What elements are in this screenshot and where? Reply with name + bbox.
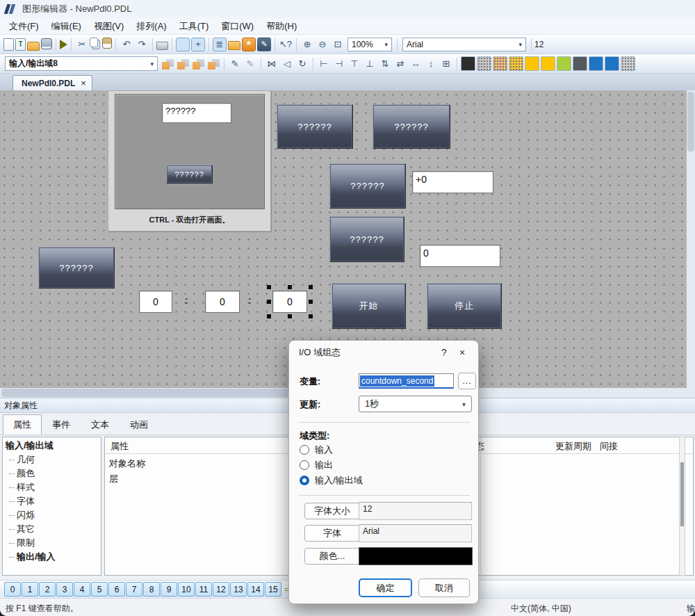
layer-button[interactable]: 0 [4,582,21,597]
tree-item[interactable]: 字体 [6,494,101,508]
field-type-radio[interactable]: 输入/输出域 [300,474,363,487]
layer-button[interactable]: 4 [74,582,90,597]
same-height-icon[interactable]: ↕ [424,57,438,71]
selection-handle[interactable] [288,314,292,318]
apply-properties-icon[interactable]: ✎ [243,57,257,71]
properties-tab[interactable]: 文本 [81,414,120,435]
group-text-field[interactable]: ?????? [162,103,231,123]
layer-button[interactable]: 8 [143,582,160,597]
paste-icon[interactable] [102,38,112,49]
field-type-radio[interactable]: 输出 [300,459,333,471]
print-icon[interactable] [156,42,168,50]
hmi-button-1[interactable]: ?????? [277,104,353,149]
zoom-window-icon[interactable]: ⊡ [331,38,345,51]
variable-input[interactable]: countdown_second [359,373,454,389]
undo-icon[interactable]: ↶ [120,38,133,51]
zoom-level-combo[interactable]: 100% ▾ [348,38,392,51]
layer-button[interactable]: 14 [247,582,264,597]
font-size-value[interactable]: 12 [531,38,546,51]
flip-horizontal-icon[interactable]: ⋈ [265,57,279,71]
open-icon[interactable] [27,42,40,51]
menu-item[interactable]: 排列(A) [130,18,172,35]
color-yellow-1[interactable] [525,56,539,71]
menu-item[interactable]: 工具(T) [173,18,215,35]
color-yellow-dotted[interactable] [509,56,523,71]
properties-tab[interactable]: 事件 [42,414,81,435]
grid-icon[interactable] [176,38,190,51]
document-tab[interactable]: NewPdl0.PDL × [13,75,92,90]
color-gray-dotted[interactable] [477,56,491,71]
copy-icon[interactable] [90,38,98,47]
selection-handle[interactable] [267,285,271,289]
menu-item[interactable]: 文件(F) [3,18,45,35]
stop-button[interactable]: 停止 [427,283,502,329]
layer-button[interactable]: 7 [126,582,142,597]
center-horizontal-icon[interactable]: ⇄ [393,57,407,71]
close-icon[interactable]: × [453,344,471,361]
layer-button[interactable]: 15 [265,582,281,597]
canvas-vertical-scrollbar[interactable] [687,90,695,388]
io-field-output[interactable]: 0 [420,245,500,267]
help-icon[interactable]: ? [435,344,453,361]
layer-button[interactable]: 12 [213,582,229,597]
layer-button[interactable]: 13 [230,582,247,597]
selection-handle[interactable] [288,285,292,289]
font-family-combo[interactable]: Arial ▾ [402,38,526,51]
layer-button[interactable]: 2 [39,582,56,597]
tree-scrollbar[interactable] [679,437,685,576]
font-size-button[interactable]: 字体大小 [304,503,360,519]
bring-to-front-icon[interactable] [191,57,205,71]
ok-button[interactable]: 确定 [359,578,412,597]
layer-button[interactable]: 6 [108,582,125,597]
color-value-swatch[interactable] [359,547,473,565]
save-icon[interactable] [41,38,52,49]
center-vertical-icon[interactable]: ⇅ [378,57,392,71]
process-pictures-icon[interactable] [228,41,240,50]
copy-properties-icon[interactable]: ✎ [228,57,242,71]
ungroup-icon[interactable] [176,57,190,71]
hmi-button-2[interactable]: ?????? [373,104,450,149]
dynamic-wizard-icon[interactable]: * [242,38,256,51]
rotate-icon[interactable]: ↻ [295,57,309,71]
selection-handle[interactable] [267,300,271,304]
cancel-button[interactable]: 取消 [418,578,470,597]
menu-item[interactable]: 窗口(W) [215,18,260,35]
group-icon[interactable] [161,57,174,71]
io-field-signed[interactable]: +0 [412,171,493,193]
layer-button[interactable]: 9 [161,582,177,597]
color-tan-dotted[interactable] [493,56,507,71]
close-icon[interactable]: × [81,78,86,88]
tag-management-icon[interactable]: ✎ [257,38,271,51]
properties-tab[interactable]: 动画 [120,414,158,435]
field-type-radio[interactable]: 输入 [300,444,333,456]
zoom-in-icon[interactable]: ⊕ [300,38,314,51]
color-dark-gray[interactable] [573,56,587,71]
layer-button[interactable]: 5 [91,582,108,597]
pan-icon[interactable]: + [191,38,205,51]
tree-item[interactable]: 颜色 [6,467,101,480]
color-yellow-2[interactable] [541,56,555,71]
menu-item[interactable]: 视图(V) [88,18,130,35]
font-button[interactable]: 字体 [304,525,360,542]
color-black[interactable] [461,56,475,71]
direct-help-icon[interactable]: ↖? [279,38,293,51]
tree-item[interactable]: 样式 [6,480,101,494]
io-field-minutes[interactable]: 0 [205,291,240,313]
flip-vertical-icon[interactable]: ◁ [280,57,294,71]
color-blue-2[interactable] [605,56,619,71]
zoom-out-icon[interactable]: ⊖ [316,38,329,51]
color-hatch[interactable] [621,56,635,71]
menu-item[interactable]: 帮助(H) [260,18,303,35]
layer-button[interactable]: 1 [22,582,38,597]
selection-handle[interactable] [267,314,271,318]
tree-item[interactable]: 输出/输入 [6,550,101,564]
color-blue-1[interactable] [589,56,603,71]
tree-item[interactable]: 几何 [6,453,101,467]
selection-handle[interactable] [309,300,313,304]
group-button[interactable]: ?????? [166,165,213,184]
color-button[interactable]: 颜色... [304,548,360,565]
io-field-seconds-selected[interactable]: 0 [272,291,307,313]
same-width-icon[interactable]: ↔ [409,57,423,71]
browse-variable-button[interactable]: ... [458,373,476,389]
property-row[interactable]: 对象名称 [109,457,145,470]
